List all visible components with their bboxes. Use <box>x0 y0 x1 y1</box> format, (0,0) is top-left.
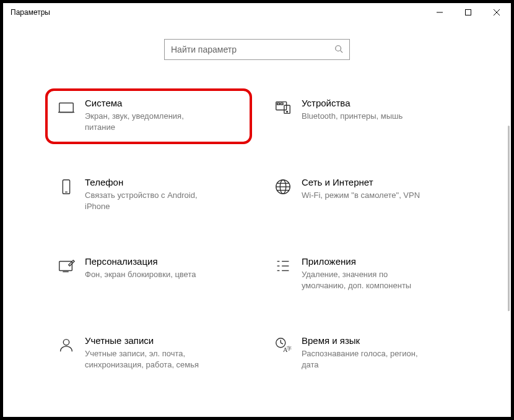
time-language-icon: A字 <box>269 335 297 354</box>
category-apps[interactable]: Приложения Удаление, значения по умолчан… <box>269 255 461 291</box>
personalization-icon <box>53 255 80 275</box>
category-title: Персонализация <box>85 255 196 268</box>
titlebar: Параметры <box>3 3 511 22</box>
category-system[interactable]: Система Экран, звук, уведомления, питани… <box>45 88 252 144</box>
titlebar-controls <box>425 3 511 22</box>
accounts-icon <box>53 335 80 354</box>
maximize-button[interactable] <box>454 3 482 22</box>
category-desc: Экран, звук, уведомления, питание <box>85 111 204 133</box>
category-ease-of-access[interactable]: Специальные <box>269 414 461 417</box>
search-placeholder: Найти параметр <box>171 45 334 54</box>
category-title: Сеть и Интернет <box>302 176 420 189</box>
svg-point-10 <box>287 111 288 113</box>
close-button[interactable] <box>482 3 511 22</box>
content-area: Найти параметр Система Экран, звук, увед… <box>3 22 511 417</box>
network-icon <box>269 176 297 196</box>
category-title: Система <box>85 97 204 109</box>
search-container: Найти параметр <box>3 22 511 66</box>
svg-point-4 <box>336 45 341 51</box>
minimize-icon <box>437 9 443 15</box>
svg-line-31 <box>281 343 283 344</box>
category-devices[interactable]: Устройства Bluetooth, принтеры, мышь <box>269 97 461 133</box>
category-personalization[interactable]: Персонализация Фон, экран блокировки, цв… <box>53 255 245 291</box>
settings-window: Параметры Найти параметр <box>3 3 511 417</box>
close-icon <box>494 9 500 15</box>
category-title: Время и язык <box>302 335 420 347</box>
minimize-button[interactable] <box>425 3 454 22</box>
apps-icon <box>269 255 297 275</box>
svg-line-5 <box>341 50 343 53</box>
svg-text:字: 字 <box>287 346 292 351</box>
category-desc: Удаление, значения по умолчанию, доп. ко… <box>302 269 420 291</box>
category-network[interactable]: Сеть и Интернет Wi-Fi, режим "в самолете… <box>269 176 461 212</box>
svg-point-28 <box>63 340 69 345</box>
category-title: Игры <box>85 414 107 417</box>
category-gaming[interactable]: Игры <box>53 414 245 417</box>
ease-icon <box>269 414 297 417</box>
category-time-language[interactable]: A字 Время и язык Распознавание голоса, ре… <box>269 335 461 371</box>
system-icon <box>53 97 80 117</box>
category-desc: Связать устройство с Android, iPhone <box>85 190 204 212</box>
svg-rect-6 <box>59 103 74 113</box>
category-title: Учетные записи <box>85 335 204 347</box>
category-title: Устройства <box>302 97 403 109</box>
category-desc: Фон, экран блокировки, цвета <box>85 269 196 280</box>
phone-icon <box>53 176 80 196</box>
search-input[interactable]: Найти параметр <box>164 39 350 60</box>
svg-rect-12 <box>281 103 283 105</box>
categories-grid: Система Экран, звук, уведомления, питани… <box>3 66 511 417</box>
category-desc: Bluetooth, принтеры, мышь <box>302 111 403 122</box>
category-accounts[interactable]: Учетные записи Учетные записи, эл. почта… <box>53 335 245 371</box>
category-phone[interactable]: Телефон Связать устройство с Android, iP… <box>53 176 245 212</box>
category-desc: Учетные записи, эл. почта, синхронизация… <box>85 348 204 371</box>
category-title: Специальные <box>302 414 362 417</box>
category-desc: Распознавание голоса, регион, дата <box>302 348 420 371</box>
search-icon <box>334 45 343 55</box>
category-desc: Wi-Fi, режим "в самолете", VPN <box>302 190 420 201</box>
svg-rect-11 <box>277 103 280 105</box>
svg-rect-1 <box>466 10 471 15</box>
maximize-icon <box>465 9 471 15</box>
window-title: Параметры <box>11 8 50 17</box>
gaming-icon <box>53 414 80 417</box>
devices-icon <box>269 97 297 117</box>
scrollbar-thumb[interactable] <box>508 126 510 311</box>
category-title: Приложения <box>302 255 420 268</box>
category-title: Телефон <box>85 176 204 189</box>
